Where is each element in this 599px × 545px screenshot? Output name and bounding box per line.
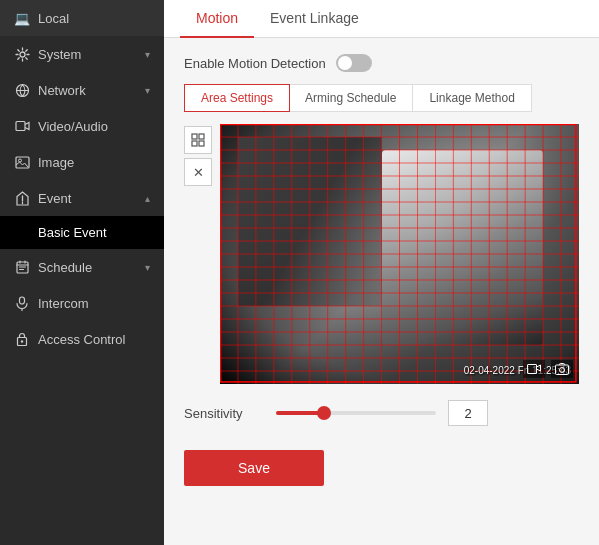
sidebar-item-access-control[interactable]: Access Control: [0, 321, 164, 357]
sidebar: 💻 Local System ▾ Network ▾: [0, 0, 164, 545]
sidebar-item-schedule[interactable]: Schedule ▾: [0, 249, 164, 285]
camera-tools: ✕: [184, 124, 212, 384]
camera-view: 02-04-2022 Fri 11:25:43: [220, 124, 579, 384]
svg-rect-53: [556, 365, 569, 375]
svg-rect-2: [16, 122, 25, 131]
chevron-down-icon: ▾: [145, 85, 150, 96]
intercom-icon: [14, 295, 30, 311]
sidebar-item-network[interactable]: Network ▾: [0, 72, 164, 108]
slider-thumb[interactable]: [317, 406, 331, 420]
clear-tool-button[interactable]: ✕: [184, 158, 212, 186]
system-icon: [14, 46, 30, 62]
svg-rect-12: [199, 141, 204, 146]
sidebar-item-event[interactable]: Event ▴: [0, 180, 164, 216]
sensitivity-value: 2: [448, 400, 488, 426]
svg-point-4: [18, 159, 21, 162]
sub-tab-linkage-method[interactable]: Linkage Method: [413, 85, 530, 111]
chevron-up-icon: ▴: [145, 193, 150, 204]
sensitivity-row: Sensitivity 2: [184, 396, 579, 430]
sidebar-sub-item-label: Basic Event: [38, 225, 107, 240]
sidebar-item-image[interactable]: Image: [0, 144, 164, 180]
sensitivity-label: Sensitivity: [184, 406, 264, 421]
content-area: Enable Motion Detection Area Settings Ar…: [164, 38, 599, 502]
camera-view-wrapper: 02-04-2022 Fri 11:25:43: [220, 124, 579, 384]
chevron-down-icon: ▾: [145, 49, 150, 60]
tab-event-linkage[interactable]: Event Linkage: [254, 0, 375, 38]
toggle-knob: [338, 56, 352, 70]
sub-tabs: Area Settings Arming Schedule Linkage Me…: [184, 84, 532, 112]
save-button[interactable]: Save: [184, 450, 324, 486]
grid-tool-button[interactable]: [184, 126, 212, 154]
sensitivity-slider[interactable]: [276, 411, 436, 415]
svg-rect-6: [20, 297, 25, 304]
svg-rect-9: [192, 134, 197, 139]
sidebar-item-basic-event[interactable]: Basic Event: [0, 216, 164, 249]
schedule-icon: [14, 259, 30, 275]
svg-rect-10: [199, 134, 204, 139]
record-button[interactable]: [523, 360, 545, 378]
enable-toggle[interactable]: [336, 54, 372, 72]
sidebar-item-video-audio[interactable]: Video/Audio: [0, 108, 164, 144]
local-icon: 💻: [14, 10, 30, 26]
sidebar-item-label: Local: [38, 11, 69, 26]
sub-tab-arming-schedule[interactable]: Arming Schedule: [289, 85, 413, 111]
top-tabs: Motion Event Linkage: [164, 0, 599, 38]
svg-rect-52: [528, 365, 537, 374]
red-grid-overlay: [220, 124, 579, 384]
sidebar-item-label: Access Control: [38, 332, 125, 347]
clear-icon: ✕: [193, 165, 204, 180]
image-icon: [14, 154, 30, 170]
sidebar-item-label: Video/Audio: [38, 119, 108, 134]
sidebar-item-label: Event: [38, 191, 71, 206]
sidebar-item-label: Network: [38, 83, 86, 98]
main-content: Motion Event Linkage Enable Motion Detec…: [164, 0, 599, 545]
enable-label: Enable Motion Detection: [184, 56, 326, 71]
sidebar-item-label: Intercom: [38, 296, 89, 311]
video-icon: [14, 118, 30, 134]
enable-row: Enable Motion Detection: [184, 54, 579, 72]
svg-point-54: [560, 368, 565, 373]
svg-point-0: [20, 52, 25, 57]
svg-point-8: [21, 340, 23, 342]
sidebar-item-intercom[interactable]: Intercom: [0, 285, 164, 321]
lock-icon: [14, 331, 30, 347]
sub-tab-area-settings[interactable]: Area Settings: [184, 84, 290, 112]
sidebar-item-local[interactable]: 💻 Local: [0, 0, 164, 36]
sidebar-item-label: System: [38, 47, 81, 62]
event-icon: [14, 190, 30, 206]
sidebar-item-label: Schedule: [38, 260, 92, 275]
sidebar-item-system[interactable]: System ▾: [0, 36, 164, 72]
network-icon: [14, 82, 30, 98]
chevron-down-icon: ▾: [145, 262, 150, 273]
tab-motion[interactable]: Motion: [180, 0, 254, 38]
sidebar-item-label: Image: [38, 155, 74, 170]
svg-rect-11: [192, 141, 197, 146]
camera-section: ✕: [184, 124, 579, 384]
camera-bottom-controls: [523, 360, 573, 378]
snapshot-button[interactable]: [551, 360, 573, 378]
